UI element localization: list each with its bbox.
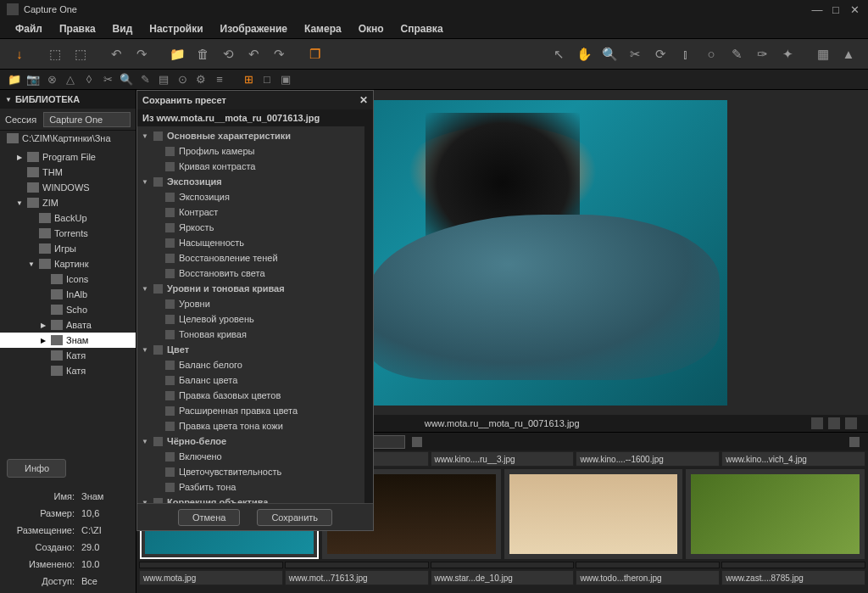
magic-tool[interactable]: ✦ <box>776 43 798 65</box>
tree-item[interactable]: BackUp <box>0 210 136 226</box>
preset-item[interactable]: Профиль камеры <box>137 143 364 159</box>
checkbox[interactable] <box>165 467 175 477</box>
checkbox[interactable] <box>165 376 175 385</box>
thumb-filename[interactable]: www.zast....8785.jpg <box>721 570 865 585</box>
undo2-button[interactable]: ↶ <box>242 43 264 65</box>
delete-button[interactable]: 🗑 <box>192 43 214 65</box>
preset-item[interactable]: Контраст <box>137 204 364 220</box>
status-icon-3[interactable] <box>845 417 857 429</box>
tree-item[interactable]: WINDOWS <box>0 180 136 195</box>
checkbox[interactable] <box>165 361 175 370</box>
thumb-filename[interactable]: www.todo...theron.jpg <box>576 570 720 585</box>
rating-icon[interactable] <box>412 437 422 447</box>
undo-button[interactable]: ↶ <box>105 43 127 65</box>
brush-tool[interactable]: ✎ <box>726 43 748 65</box>
preset-group[interactable]: ▼Коррекция объектива <box>137 495 364 503</box>
checkbox[interactable] <box>165 422 175 431</box>
menu-Изображение[interactable]: Изображение <box>212 23 296 35</box>
checkbox[interactable] <box>165 391 175 400</box>
metadata-tab-icon[interactable]: ▤ <box>155 71 172 88</box>
minimize-button[interactable]: — <box>810 3 824 16</box>
crop-tab-icon[interactable]: ✂ <box>99 71 116 88</box>
rotate-tool[interactable]: ⟳ <box>649 43 671 65</box>
preset-group[interactable]: ▼Уровни и тоновая кривая <box>137 281 364 296</box>
preset-group[interactable]: ▼Экспозиция <box>137 174 364 189</box>
single-view-icon[interactable]: □ <box>259 71 275 88</box>
spot-tool[interactable]: ○ <box>700 43 722 65</box>
expand-icon[interactable]: ▼ <box>141 346 149 354</box>
tree-item[interactable]: ▼Картинк <box>0 256 136 271</box>
checkbox[interactable] <box>153 131 163 141</box>
close-button[interactable]: ✕ <box>848 3 861 16</box>
menu-Окно[interactable]: Окно <box>350 23 392 35</box>
grid-view-button[interactable]: ▦ <box>812 43 834 65</box>
session-dropdown[interactable]: Capture One <box>43 112 131 127</box>
menu-Камера[interactable]: Камера <box>296 23 350 35</box>
tree-item[interactable]: Icons <box>0 271 136 287</box>
preset-item[interactable]: Экспозиция <box>137 189 364 204</box>
preset-group[interactable]: ▼Цвет <box>137 342 364 357</box>
preset-item[interactable]: Правка базовых цветов <box>137 388 364 403</box>
layers-button[interactable]: ❐ <box>303 43 326 65</box>
expand-icon[interactable]: ▼ <box>141 285 149 293</box>
preset-item[interactable]: Восстановить света <box>137 266 364 281</box>
grid-view-icon[interactable]: ⊞ <box>240 71 257 88</box>
thumb-filename[interactable]: www.kino....--1600.jpg <box>576 451 720 467</box>
preset-item[interactable]: Разбить тона <box>137 479 364 495</box>
select-out-button[interactable]: ⬚ <box>70 43 92 65</box>
thumbnail[interactable] <box>686 469 865 559</box>
dialog-header[interactable]: Сохранить пресет ✕ <box>137 91 373 109</box>
preset-item[interactable]: Восстановление теней <box>137 250 364 266</box>
cursor-tool[interactable]: ↖ <box>548 43 570 65</box>
thumb-filename[interactable]: www.star...de_10.jpg <box>431 570 575 585</box>
pan-tool[interactable]: ✋ <box>573 43 595 65</box>
root-folder[interactable]: C:\ZIM\Картинки\Зна <box>0 131 136 146</box>
reset-button[interactable]: ⟲ <box>217 43 239 65</box>
expand-icon[interactable]: ▼ <box>15 199 24 207</box>
preset-group[interactable]: ▼Основные характеристики <box>137 128 364 143</box>
batch-tab-icon[interactable]: ≡ <box>211 71 228 88</box>
zoom-tool[interactable]: 🔍 <box>598 43 620 65</box>
lens-tab-icon[interactable]: ◊ <box>81 71 97 88</box>
library-header[interactable]: ▼ БИБЛИОТЕКА <box>0 90 136 109</box>
adjustment-tab-icon[interactable]: ✎ <box>136 71 153 88</box>
preset-group[interactable]: ▼Чёрно-белое <box>137 434 364 449</box>
checkbox[interactable] <box>165 147 175 156</box>
checkbox[interactable] <box>165 483 175 492</box>
settings-tab-icon[interactable]: ⚙ <box>192 71 209 88</box>
scrollbar[interactable] <box>364 126 373 503</box>
checkbox[interactable] <box>153 177 163 187</box>
preset-item[interactable]: Целевой уровень <box>137 311 364 327</box>
tree-item[interactable]: ▶Авата <box>0 317 136 333</box>
tree-item[interactable]: InAlb <box>0 287 136 302</box>
checkbox[interactable] <box>165 269 175 278</box>
preset-item[interactable]: Баланс белого <box>137 357 364 372</box>
dialog-close-icon[interactable]: ✕ <box>359 94 368 106</box>
tree-item[interactable]: ▶Program File <box>0 149 136 165</box>
checkbox[interactable] <box>165 406 175 416</box>
split-view-icon[interactable]: ▣ <box>277 71 294 88</box>
expand-icon[interactable]: ▼ <box>141 438 149 445</box>
checkbox[interactable] <box>165 193 175 202</box>
checkbox[interactable] <box>165 299 175 309</box>
capture-tab-icon[interactable]: 📷 <box>25 71 42 88</box>
menu-Справка[interactable]: Справка <box>392 23 452 35</box>
checkbox[interactable] <box>153 437 163 446</box>
checkbox[interactable] <box>165 208 175 217</box>
tree-item[interactable]: Игры <box>0 241 136 256</box>
checkbox[interactable] <box>153 284 163 294</box>
expand-icon[interactable]: ▶ <box>15 154 24 161</box>
tree-item[interactable]: Катя <box>0 363 136 378</box>
info-button[interactable]: Инфо <box>7 459 66 478</box>
preset-item[interactable]: Яркость <box>137 220 364 235</box>
warning-button[interactable]: ▲ <box>837 43 860 65</box>
thumb-filename[interactable]: www.mota.jpg <box>139 570 283 585</box>
status-icon-1[interactable] <box>811 417 823 429</box>
tree-item[interactable]: Scho <box>0 302 136 317</box>
preset-item[interactable]: Включено <box>137 449 364 464</box>
exposure-tab-icon[interactable]: △ <box>62 71 79 88</box>
tree-item[interactable]: Катя <box>0 348 136 363</box>
thumbnail[interactable] <box>504 469 683 559</box>
menu-Вид[interactable]: Вид <box>104 23 142 35</box>
expand-icon[interactable]: ▼ <box>141 132 149 140</box>
